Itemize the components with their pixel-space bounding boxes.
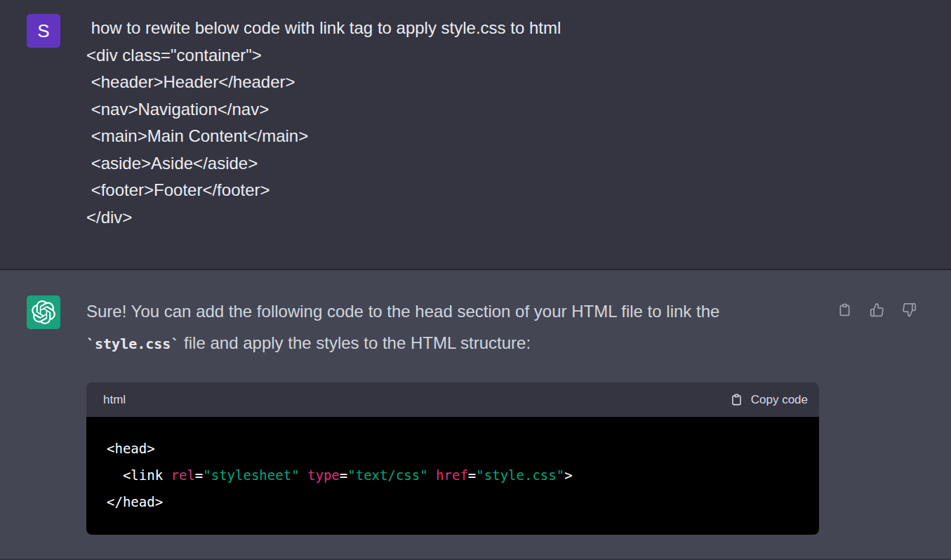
openai-logo-icon [32,300,55,324]
user-message-line: <aside>Aside</aside> [86,150,820,178]
assistant-intro-line1: Sure! You can add the following code to … [86,302,719,321]
copy-response-button[interactable] [837,302,852,317]
code-token-plain [428,467,436,483]
code-language-label: html [103,393,126,407]
code-token-string: "style.css" [476,467,564,483]
assistant-message-row: Sure! You can add the following code to … [0,270,951,559]
user-message-row: S how to rewite below code with link tag… [0,0,951,270]
user-avatar-letter: S [37,22,49,40]
code-token-plain: = [468,467,476,483]
thumbs-down-button[interactable] [902,302,917,317]
code-token-string: "stylesheet" [203,467,299,483]
message-actions [837,302,917,317]
copy-code-button[interactable]: Copy code [730,393,808,407]
code-line: </head> [107,488,799,515]
code-token-plain: <head> [107,441,155,456]
user-avatar: S [27,14,60,48]
code-token-string: "text/css" [347,467,427,483]
code-token-plain: > [564,467,572,483]
code-line: <head> [107,435,799,462]
thumbs-up-button[interactable] [870,302,884,317]
clipboard-icon [837,302,852,317]
code-block-header: html Copy code [86,382,819,417]
thumbs-down-icon [902,302,917,317]
assistant-avatar [27,295,60,329]
assistant-intro-text: Sure! You can add the following code to … [86,295,820,360]
clipboard-icon [730,393,743,406]
user-message-line: how to rewite below code with link tag t… [86,15,820,42]
user-message-text: how to rewite below code with link tag t… [86,14,820,231]
code-line: <link rel="stylesheet" type="text/css" h… [107,462,799,488]
user-message-line: <div class="container"> [86,42,820,69]
code-token-attr: type [307,467,340,483]
code-token-attr: href [436,467,468,483]
assistant-intro-rest: file and apply the styles to the HTML st… [179,333,531,352]
user-message-line: <nav>Navigation</nav> [86,96,820,124]
user-message-line: <main>Main Content</main> [86,123,820,150]
thumbs-up-icon [870,302,884,317]
copy-code-label: Copy code [751,393,808,407]
code-token-plain: <link [107,467,171,483]
code-token-plain [300,467,307,483]
user-message-line: <footer>Footer</footer> [86,177,820,204]
code-token-plain: = [340,467,347,483]
user-message-line: <header>Header</header> [86,69,820,96]
code-block: html Copy code <head> <link rel="stylesh… [86,382,819,535]
code-content: <head> <link rel="stylesheet" type="text… [86,417,819,535]
code-token-plain: </head> [107,494,163,509]
inline-code-style-css: `style.css` [86,335,179,352]
code-token-plain: = [195,467,203,483]
user-message-line: </div> [86,204,820,232]
code-token-attr: rel [171,467,195,483]
